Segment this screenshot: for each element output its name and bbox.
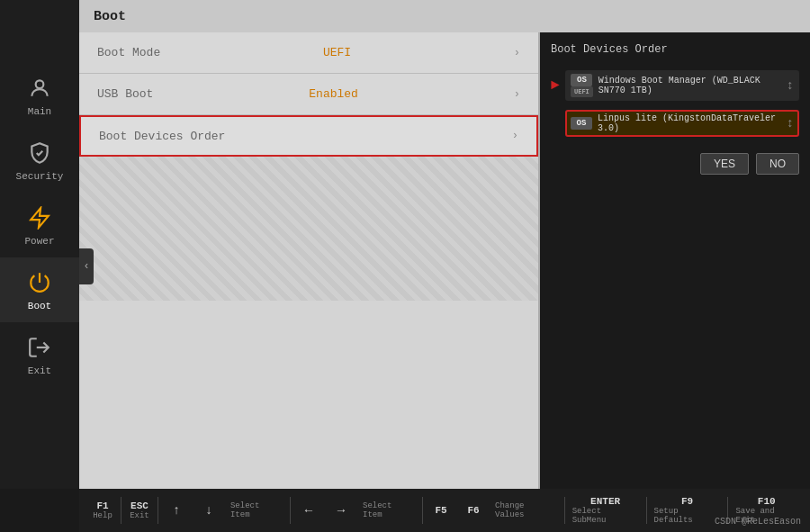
sep-1 — [121, 497, 122, 524]
boot-mode-value: UEFI — [323, 46, 351, 59]
device-1-label: Windows Boot Manager (WD_BLACK SN770 1TB… — [598, 76, 781, 95]
striped-area — [79, 157, 538, 301]
bolt-icon — [25, 203, 54, 232]
fn-key-f6[interactable]: F6 — [457, 503, 490, 518]
up-arrow-icon: ↑ — [173, 503, 180, 518]
left-panel: Boot Mode UEFI › USB Boot Enabled › Boot… — [79, 32, 540, 489]
sep-6 — [646, 497, 647, 524]
boot-mode-label: Boot Mode — [97, 46, 160, 59]
f9-key-desc: Setup Defaults — [654, 507, 721, 525]
f5-key-label: F5 — [435, 505, 446, 516]
f10-key-label: F10 — [758, 496, 776, 507]
usb-boot-value: Enabled — [309, 87, 358, 101]
left-arrow-icon: ← — [305, 503, 312, 518]
collapse-arrow[interactable]: ‹ — [79, 248, 94, 284]
f9-key-label: F9 — [681, 496, 693, 507]
sidebar-item-exit[interactable]: Exit — [0, 322, 79, 387]
sort-arrows-2[interactable]: ↕ — [787, 116, 794, 131]
sep-5 — [564, 497, 565, 524]
exit-icon — [25, 333, 54, 362]
fn-key-select-item-ud: Select Item — [225, 500, 288, 521]
uefi-badge-1: UEFI — [571, 86, 593, 97]
main-content: Boot Boot Mode UEFI › USB Boot Enabled ›… — [79, 0, 810, 489]
fn-key-down[interactable]: ↓ — [193, 501, 225, 519]
os-badge-1: OS — [571, 74, 592, 86]
sort-arrows-1[interactable]: ↕ — [787, 78, 794, 93]
fn-key-left[interactable]: ← — [292, 501, 325, 519]
sep-3 — [290, 497, 291, 524]
sidebar-item-boot[interactable]: Boot — [0, 257, 79, 322]
yes-button[interactable]: YES — [700, 153, 749, 175]
right-panel: Boot Devices Order ► OS UEFI Windows Boo… — [540, 32, 810, 489]
content-body: Boot Mode UEFI › USB Boot Enabled › Boot… — [79, 32, 810, 489]
yn-buttons: YES NO — [551, 153, 799, 175]
sidebar-item-main[interactable]: Main — [0, 63, 79, 128]
change-values-label: Change Values — [495, 501, 557, 519]
fn-key-f5[interactable]: F5 — [425, 503, 457, 518]
sidebar: Main Security Power Boot — [0, 0, 79, 532]
boot-device-item-1[interactable]: ► OS UEFI Windows Boot Manager (WD_BLACK… — [565, 70, 799, 101]
svg-marker-1 — [31, 208, 49, 228]
fn-key-f1[interactable]: F1 Help — [86, 499, 119, 522]
boot-devices-order-arrow: › — [512, 130, 518, 142]
f1-key-label: F1 — [96, 500, 108, 511]
power-icon — [25, 268, 54, 297]
shield-icon — [25, 139, 54, 167]
device-2-label: Linpus lite (KingstonDataTraveler 3.0) — [598, 113, 781, 133]
no-button[interactable]: NO — [756, 153, 799, 175]
right-arrow-icon: → — [338, 503, 345, 518]
os-badge-wrap-2: OS — [571, 117, 592, 130]
boot-mode-arrow: › — [514, 47, 520, 59]
sep-4 — [422, 497, 423, 524]
fn-key-enter[interactable]: ENTER Select SubMenu — [567, 494, 644, 527]
menu-row-usb-boot[interactable]: USB Boot Enabled › — [79, 74, 538, 115]
usb-boot-label: USB Boot — [97, 87, 153, 101]
fn-key-change-values: Change Values — [490, 500, 562, 521]
sidebar-power-label: Power — [24, 236, 54, 247]
user-icon — [25, 74, 54, 103]
sidebar-item-power[interactable]: Power — [0, 193, 79, 257]
fn-key-select-item-lr: Select Item — [357, 500, 420, 521]
fn-bar: F1 Help ESC Exit ↑ ↓ Select Item ← → Sel… — [79, 489, 810, 532]
sidebar-security-label: Security — [16, 171, 64, 182]
esc-key-label: ESC — [130, 500, 148, 511]
right-panel-title: Boot Devices Order — [551, 43, 799, 56]
os-badge-2: OS — [571, 117, 592, 130]
sidebar-exit-label: Exit — [28, 365, 51, 376]
esc-key-desc: Exit — [130, 511, 149, 520]
enter-key-label: ENTER — [590, 496, 620, 507]
content-header: Boot — [79, 0, 810, 32]
select-item-lr-label: Select Item — [363, 501, 415, 519]
enter-key-desc: Select SubMenu — [572, 507, 639, 525]
sidebar-boot-label: Boot — [28, 301, 51, 311]
os-badge-wrap-1: OS UEFI — [571, 74, 593, 97]
boot-device-item-2[interactable]: OS Linpus lite (KingstonDataTraveler 3.0… — [565, 110, 799, 137]
fn-key-right[interactable]: → — [325, 501, 357, 519]
watermark: CSDN @ReLesEason — [715, 517, 801, 527]
bottom-sidebar-bar — [0, 489, 79, 532]
red-arrow-icon: ► — [551, 77, 560, 94]
svg-point-0 — [36, 80, 44, 88]
usb-boot-arrow: › — [514, 88, 520, 101]
f1-key-desc: Help — [93, 511, 112, 520]
down-arrow-icon: ↓ — [205, 503, 212, 518]
menu-row-boot-devices-order[interactable]: Boot Devices Order › — [79, 115, 538, 157]
fn-key-esc[interactable]: ESC Exit — [123, 499, 156, 522]
f6-key-label: F6 — [467, 505, 479, 516]
sep-2 — [158, 497, 158, 524]
sidebar-main-label: Main — [28, 106, 51, 117]
sidebar-item-security[interactable]: Security — [0, 128, 79, 193]
fn-key-up[interactable]: ↑ — [160, 501, 193, 519]
page-title: Boot — [94, 9, 126, 24]
boot-devices-order-label: Boot Devices Order — [99, 130, 225, 143]
menu-row-boot-mode[interactable]: Boot Mode UEFI › — [79, 32, 538, 74]
select-item-ud-label: Select Item — [230, 501, 283, 519]
